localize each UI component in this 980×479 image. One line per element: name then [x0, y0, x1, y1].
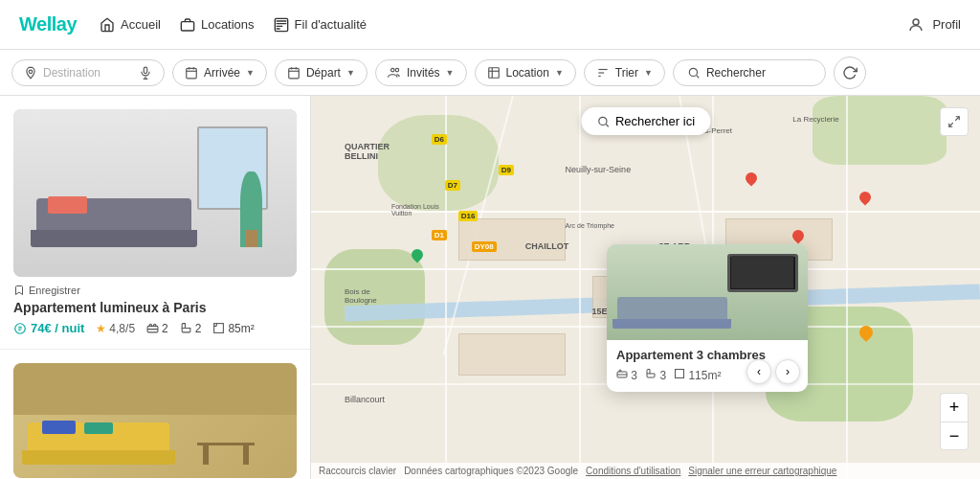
map-error-label[interactable]: Signaler une erreur cartographique — [688, 466, 836, 476]
logo[interactable]: Wellay — [19, 13, 77, 35]
nav-locations[interactable]: Locations — [180, 17, 255, 33]
popup-image — [607, 244, 808, 340]
arrivee-chevron: ▼ — [246, 68, 255, 78]
sort-icon — [596, 66, 610, 80]
popup-area-icon — [674, 368, 685, 379]
surface-value: 85m² — [228, 322, 254, 335]
microphone-icon[interactable] — [139, 66, 152, 80]
destination-input[interactable]: Destination — [11, 59, 165, 86]
depart-filter[interactable]: Départ ▼ — [275, 59, 368, 86]
nav-accueil[interactable]: Accueil — [100, 17, 161, 33]
map-container[interactable]: H D6 D9 D7 D16 D1 DY08 QUARTIERBELLINI C… — [311, 96, 980, 479]
svg-rect-5 — [187, 68, 197, 79]
profile-button[interactable]: Profil — [907, 16, 961, 34]
invites-chevron: ▼ — [446, 68, 455, 78]
zoom-in-button[interactable]: + — [940, 393, 969, 422]
popup-image-inner — [607, 244, 808, 340]
popup-bathrooms-value: 3 — [659, 369, 666, 382]
svg-line-31 — [949, 123, 953, 126]
zoom-out-button[interactable]: − — [940, 422, 969, 450]
search-bar: Destination Arrivée ▼ Départ ▼ Invités ▼… — [0, 50, 980, 96]
logo-text: Wellay — [19, 13, 77, 34]
popup-bath-icon — [645, 368, 657, 379]
popup-bedrooms-value: 3 — [631, 369, 637, 382]
rating-value: 4,8/5 — [109, 322, 135, 335]
depart-label: Départ — [306, 66, 341, 80]
listing-card: Enregistrer Appartement lumineux à Paris… — [0, 96, 310, 350]
rechercher-label: Rechercher — [706, 66, 766, 80]
popup-bed-icon — [616, 368, 628, 379]
svg-rect-25 — [214, 324, 224, 333]
map-terms-label[interactable]: Conditions d'utilisation — [586, 466, 680, 476]
trier-label: Trier — [615, 66, 638, 80]
user-icon — [907, 16, 924, 34]
main-nav: Accueil Locations Fil d'actualité — [100, 17, 367, 33]
location-filter[interactable]: Location ▼ — [475, 59, 576, 86]
refresh-icon — [842, 65, 858, 80]
building-icon — [487, 66, 501, 80]
search-button[interactable]: Rechercher — [673, 59, 826, 86]
svg-point-14 — [395, 68, 399, 72]
newspaper-icon — [274, 17, 289, 33]
svg-point-3 — [29, 70, 33, 74]
location-pin-icon — [24, 66, 37, 80]
map-zoom-controls: + − — [940, 393, 969, 450]
header: Wellay Accueil Locations Fil d'actualité… — [0, 0, 980, 50]
map-footer: Raccourcis clavier Données cartographiqu… — [311, 463, 980, 479]
popup-bathrooms: 3 — [645, 368, 666, 382]
invites-label: Invités — [407, 66, 440, 80]
bed-small-icon — [146, 322, 159, 334]
trier-chevron: ▼ — [644, 68, 653, 78]
svg-rect-0 — [181, 21, 193, 30]
location-chevron: ▼ — [555, 68, 564, 78]
listing-title: Appartement lumineux à Paris — [13, 300, 297, 315]
arrivee-label: Arrivée — [204, 66, 240, 80]
save-button[interactable]: Enregistrer — [13, 285, 297, 296]
invites-filter[interactable]: Invités ▼ — [375, 59, 467, 86]
bath-icon — [180, 322, 192, 334]
popup-next-button[interactable]: › — [775, 359, 800, 384]
home-icon — [100, 17, 115, 33]
svg-rect-4 — [144, 67, 147, 73]
search-map-icon — [596, 115, 610, 128]
listing-rating: ★ 4,8/5 — [96, 322, 135, 335]
listing-image — [13, 363, 297, 478]
map-expand-button[interactable] — [940, 107, 969, 136]
popup-prev-button[interactable]: ‹ — [746, 359, 771, 384]
bathrooms-value: 2 — [195, 322, 202, 335]
popup-surface-value: 115m² — [688, 369, 721, 382]
calendar-icon — [185, 66, 198, 80]
trier-filter[interactable]: Trier ▼ — [584, 59, 665, 86]
listings-panel: Enregistrer Appartement lumineux à Paris… — [0, 96, 311, 479]
nav-accueil-label: Accueil — [121, 17, 161, 32]
svg-point-26 — [598, 117, 606, 125]
bedrooms-meta: 2 — [146, 322, 168, 335]
listing-card — [0, 350, 310, 479]
search-icon — [687, 66, 701, 80]
arrivee-filter[interactable]: Arrivée ▼ — [172, 59, 267, 86]
svg-line-30 — [955, 117, 959, 121]
price-icon — [13, 322, 27, 335]
search-here-button[interactable]: Rechercher ici — [581, 107, 710, 135]
area-icon — [212, 322, 225, 334]
svg-point-2 — [913, 19, 919, 25]
nav-fil-actualite[interactable]: Fil d'actualité — [274, 17, 367, 33]
expand-icon — [947, 115, 961, 128]
bed-icon — [180, 17, 195, 33]
bookmark-icon — [13, 285, 25, 296]
price-value: 74€ / nuit — [31, 321, 84, 335]
calendar2-icon — [287, 66, 301, 80]
svg-line-27 — [606, 124, 609, 126]
svg-point-21 — [689, 68, 697, 76]
popup-navigation: ‹ › — [746, 359, 800, 384]
popup-bedrooms: 3 — [616, 368, 637, 382]
listing-price: 74€ / nuit — [13, 321, 84, 335]
popup-surface: 115m² — [674, 368, 721, 382]
svg-rect-15 — [488, 67, 499, 78]
listing-image — [13, 109, 297, 277]
bathrooms-meta: 2 — [180, 322, 202, 335]
map-data-label: Données cartographiques ©2023 Google — [404, 466, 578, 476]
map-popup: Appartement 3 chambres 3 3 115m² — [607, 244, 808, 392]
refresh-button[interactable] — [834, 57, 866, 89]
guests-icon — [388, 66, 401, 80]
